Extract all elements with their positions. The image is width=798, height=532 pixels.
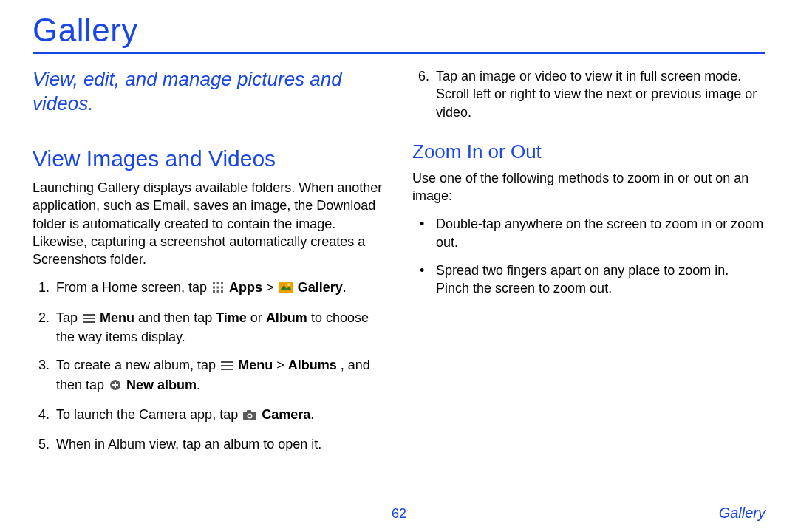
svg-rect-2 <box>221 282 223 284</box>
gallery-icon <box>279 280 293 298</box>
svg-rect-17 <box>221 369 233 370</box>
svg-rect-1 <box>217 282 219 284</box>
section-heading-view-images: View Images and Videos <box>33 146 386 171</box>
footer-section-name: Gallery <box>719 505 765 522</box>
step-2: Tap Menu and then tap Time or Album to c… <box>53 309 386 347</box>
left-column: View, edit, and manage pictures and vide… <box>33 67 386 464</box>
svg-point-24 <box>248 415 251 417</box>
s3-end: . <box>197 378 200 392</box>
zoom-intro: Use one of the following methods to zoom… <box>412 169 765 205</box>
step-4: To launch the Camera app, tap Camera. <box>53 406 386 425</box>
apps-label: Apps <box>229 280 262 295</box>
s4-a: To launch the Camera app, tap <box>56 407 242 422</box>
page-number: 62 <box>392 506 406 522</box>
new-album-label: New album <box>126 378 197 392</box>
svg-rect-0 <box>213 282 215 284</box>
svg-rect-9 <box>279 282 293 293</box>
svg-rect-13 <box>83 318 95 319</box>
apps-grid-icon <box>212 280 224 298</box>
svg-rect-3 <box>213 287 215 289</box>
step-6: Tap an image or video to view it in full… <box>433 67 765 121</box>
svg-rect-12 <box>83 314 95 316</box>
step-3: To create a new album, tap Menu > Albums… <box>53 356 386 395</box>
gallery-label: Gallery <box>298 280 343 295</box>
s3-a: To create a new album, tap <box>56 358 219 372</box>
step-1: From a Home screen, tap Apps > <box>53 279 386 298</box>
svg-rect-6 <box>213 290 215 293</box>
svg-point-11 <box>287 283 290 286</box>
two-column-layout: View, edit, and manage pictures and vide… <box>33 67 765 464</box>
s2-b: and then tap <box>138 310 216 325</box>
svg-rect-5 <box>221 287 223 289</box>
gt3: > <box>273 358 288 372</box>
camera-icon <box>243 407 256 425</box>
zoom-bullet-2: Spread two fingers apart on any place to… <box>420 262 765 298</box>
page-subtitle: View, edit, and manage pictures and vide… <box>33 67 386 115</box>
new-album-icon <box>109 378 121 395</box>
title-rule <box>33 52 765 54</box>
s4-end: . <box>310 407 314 422</box>
gt: > <box>262 280 278 295</box>
camera-label: Camera <box>262 407 310 422</box>
s2-c: or <box>250 310 266 325</box>
albums-label: Albums <box>288 358 337 372</box>
right-column: Tap an image or video to view it in full… <box>412 67 765 464</box>
svg-rect-20 <box>112 384 118 386</box>
menu-label-3: Menu <box>238 358 273 372</box>
section-heading-zoom: Zoom In or Out <box>412 140 765 163</box>
album-label: Album <box>266 310 307 325</box>
step-1-text-a: From a Home screen, tap <box>56 280 211 295</box>
svg-rect-16 <box>221 365 233 366</box>
page-footer: 62 <box>0 506 798 522</box>
menu-lines-icon <box>221 358 233 375</box>
page-title: Gallery <box>33 12 765 49</box>
view-images-steps: From a Home screen, tap Apps > <box>33 279 386 453</box>
svg-rect-4 <box>217 287 219 289</box>
end: . <box>343 280 347 295</box>
view-images-steps-cont: Tap an image or video to view it in full… <box>412 67 765 121</box>
manual-page: Gallery View, edit, and manage pictures … <box>0 0 798 532</box>
svg-rect-8 <box>221 290 223 293</box>
svg-rect-15 <box>221 361 233 363</box>
view-images-intro: Launching Gallery displays available fol… <box>33 179 386 268</box>
svg-rect-22 <box>247 410 251 412</box>
s2-a: Tap <box>56 310 81 325</box>
svg-rect-7 <box>217 290 219 293</box>
menu-label-2: Menu <box>100 310 134 325</box>
menu-lines-icon <box>83 310 95 328</box>
svg-rect-14 <box>83 321 95 323</box>
zoom-bullets: Double-tap anywhere on the screen to zoo… <box>412 215 765 297</box>
step-5: When in Album view, tap an album to open… <box>53 435 386 453</box>
zoom-bullet-1: Double-tap anywhere on the screen to zoo… <box>420 215 765 251</box>
time-label: Time <box>216 310 247 325</box>
